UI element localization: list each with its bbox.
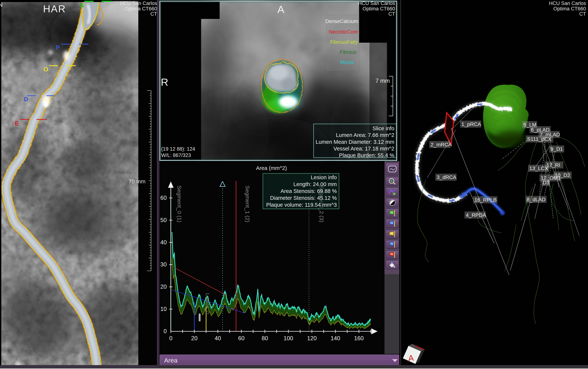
svg-text:E: E bbox=[15, 120, 19, 127]
svg-text:Fibrous: Fibrous bbox=[340, 49, 357, 55]
svg-text:Area (mm^2): Area (mm^2) bbox=[256, 165, 287, 171]
svg-text:N: N bbox=[0, 1, 3, 8]
svg-text:40: 40 bbox=[160, 239, 167, 246]
svg-text:40: 40 bbox=[215, 335, 221, 341]
svg-text:R: R bbox=[161, 76, 168, 88]
svg-text:S: S bbox=[80, 2, 84, 9]
svg-text:CT: CT bbox=[150, 11, 157, 17]
svg-text:120: 120 bbox=[307, 335, 317, 341]
svg-text:16_RPLB: 16_RPLB bbox=[474, 197, 497, 203]
svg-text:D3: D3 bbox=[543, 180, 549, 185]
svg-text:Optima CT660: Optima CT660 bbox=[124, 6, 157, 11]
svg-text:CT: CT bbox=[579, 11, 586, 17]
svg-text:20: 20 bbox=[160, 284, 167, 290]
svg-text:Area: Area bbox=[164, 357, 178, 364]
svg-text:Media: Media bbox=[340, 60, 354, 65]
svg-text:60: 60 bbox=[238, 335, 244, 341]
svg-text:10: 10 bbox=[160, 306, 167, 312]
svg-text:HAR: HAR bbox=[43, 3, 66, 14]
svg-text:Area Stenosis: 69.88 %: Area Stenosis: 69.88 % bbox=[281, 188, 337, 194]
svg-text:Slice info: Slice info bbox=[372, 125, 394, 131]
svg-text:Segment_1 (2): Segment_1 (2) bbox=[244, 185, 251, 222]
svg-text:8_dLAD: 8_dLAD bbox=[527, 197, 546, 202]
svg-text:9_D1: 9_D1 bbox=[550, 146, 563, 152]
svg-text:30: 30 bbox=[160, 261, 167, 268]
svg-text:0: 0 bbox=[169, 335, 172, 341]
svg-text:Length: 24.00 mm: Length: 24.00 mm bbox=[293, 181, 337, 187]
svg-text:NecroticCore: NecroticCore bbox=[329, 29, 358, 35]
svg-text:140: 140 bbox=[331, 335, 340, 341]
svg-text:HCU San Carlos: HCU San Carlos bbox=[549, 0, 586, 6]
svg-text:Lesion info: Lesion info bbox=[311, 174, 337, 180]
svg-text:W/L: 867/323: W/L: 867/323 bbox=[161, 153, 191, 158]
svg-text:FibrousFatty: FibrousFatty bbox=[330, 39, 358, 45]
svg-text:Optima CT660: Optima CT660 bbox=[553, 6, 586, 11]
svg-text:Lumen Area: 7.66 mm^2: Lumen Area: 7.66 mm^2 bbox=[336, 132, 394, 138]
svg-text:100: 100 bbox=[284, 335, 293, 341]
svg-text:CT: CT bbox=[388, 11, 395, 17]
svg-text:Diameter Stenosis: 45.12 %: Diameter Stenosis: 45.12 % bbox=[270, 195, 337, 201]
svg-text:70 mm: 70 mm bbox=[128, 178, 146, 184]
svg-text:Lesion_0: Lesion_0 bbox=[205, 293, 210, 314]
svg-text:3_dRCA: 3_dRCA bbox=[437, 174, 456, 180]
svg-text:0: 0 bbox=[164, 328, 167, 335]
svg-text:Plaque Burden: 55.4 %: Plaque Burden: 55.4 % bbox=[339, 152, 394, 158]
svg-text:Lumen Mean Diameter: 3.12 mm: Lumen Mean Diameter: 3.12 mm bbox=[316, 139, 394, 145]
svg-text:Segment_0 (1): Segment_0 (1) bbox=[176, 185, 182, 222]
svg-text:7 mm: 7 mm bbox=[375, 78, 390, 84]
svg-text:2_mRCA: 2_mRCA bbox=[430, 142, 452, 147]
svg-text:Vessel Area: 17.18 mm^2: Vessel Area: 17.18 mm^2 bbox=[334, 146, 394, 152]
svg-text:80: 80 bbox=[262, 335, 268, 341]
svg-text:160: 160 bbox=[354, 335, 364, 341]
svg-text:S111_pCX: S111_pCX bbox=[527, 136, 552, 142]
svg-text:(19 12 88): 124: (19 12 88): 124 bbox=[161, 146, 195, 152]
svg-text:O: O bbox=[43, 66, 48, 73]
svg-text:DenseCalcium: DenseCalcium bbox=[325, 19, 358, 24]
svg-text:HCU San Carlos: HCU San Carlos bbox=[120, 0, 157, 6]
svg-text:D: D bbox=[24, 96, 28, 102]
svg-text:20: 20 bbox=[191, 335, 197, 341]
svg-text:A: A bbox=[277, 3, 284, 15]
svg-text:13_LCX: 13_LCX bbox=[529, 165, 548, 171]
svg-text:50: 50 bbox=[160, 217, 167, 223]
svg-text:Plaque volume: 119.54 mm^3: Plaque volume: 119.54 mm^3 bbox=[266, 202, 337, 208]
svg-text:1_pRCA: 1_pRCA bbox=[461, 121, 481, 127]
svg-text:Optima CT660: Optima CT660 bbox=[362, 6, 395, 11]
svg-text:60: 60 bbox=[160, 195, 167, 201]
svg-text:4_RPDA: 4_RPDA bbox=[466, 212, 486, 218]
svg-text:P: P bbox=[56, 44, 60, 51]
